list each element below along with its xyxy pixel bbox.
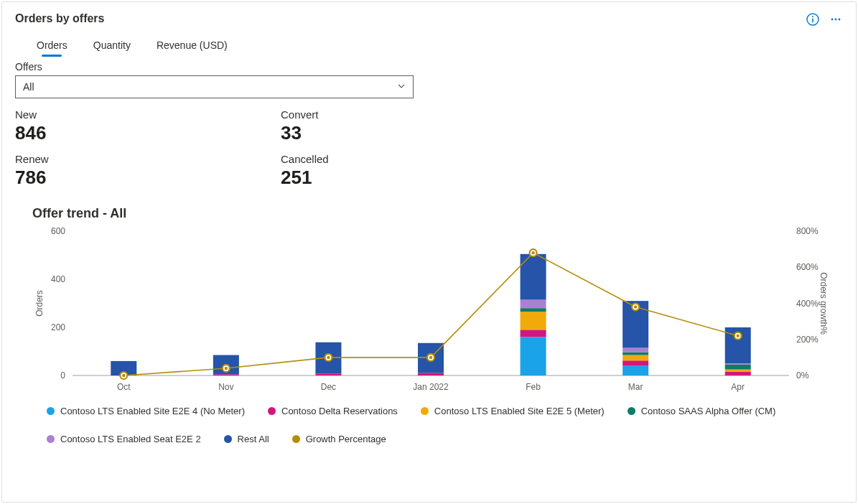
svg-text:600: 600 xyxy=(51,227,65,236)
legend-swatch xyxy=(628,407,635,415)
svg-text:200: 200 xyxy=(51,322,65,332)
legend-item[interactable]: Contoso SAAS Alpha Offer (CM) xyxy=(628,406,776,416)
legend-swatch xyxy=(421,407,429,415)
bar-segment[interactable] xyxy=(725,370,751,372)
chart-title: Offer trend - All xyxy=(32,206,843,221)
legend-item[interactable]: Contoso LTS Enabled Seat E2E 2 xyxy=(47,434,201,444)
metrics-row-2: Renew 786 Cancelled 251 xyxy=(15,153,843,189)
growth-marker-dot xyxy=(737,335,740,337)
legend-label: Contoso LTS Enabled Seat E2E 2 xyxy=(60,434,201,444)
svg-rect-2 xyxy=(812,19,813,23)
legend-swatch xyxy=(292,435,300,443)
svg-text:Orders: Orders xyxy=(34,290,45,317)
legend-item[interactable]: Rest All xyxy=(224,434,269,444)
svg-text:600%: 600% xyxy=(796,262,819,272)
offers-select[interactable]: All xyxy=(15,75,414,98)
page-title: Orders by offers xyxy=(15,12,104,25)
svg-text:Oct: Oct xyxy=(117,382,131,392)
bar-segment[interactable] xyxy=(521,308,546,312)
bar-segment[interactable] xyxy=(725,363,751,365)
svg-point-3 xyxy=(831,19,834,21)
tab-revenue[interactable]: Revenue (USD) xyxy=(157,39,228,55)
offers-select-value: All xyxy=(23,81,34,93)
chart-legend: Contoso LTS Enabled Site E2E 4 (No Meter… xyxy=(47,406,843,444)
metric-label: New xyxy=(15,108,101,121)
legend-swatch xyxy=(47,435,55,443)
metric-new: New 846 xyxy=(15,108,101,144)
card-header: Orders by offers xyxy=(15,12,843,27)
metric-value: 33 xyxy=(281,122,367,144)
offer-trend-chart: 02004006000%200%400%600%800%OrdersOrders… xyxy=(32,227,831,398)
chart-svg: 02004006000%200%400%600%800%OrdersOrders… xyxy=(32,227,829,396)
orders-by-offers-card: Orders by offers Orders Quantity Revenue xyxy=(1,1,857,503)
legend-item[interactable]: Contoso Delta Reservations xyxy=(268,406,398,416)
svg-text:Feb: Feb xyxy=(526,382,541,392)
bar-segment[interactable] xyxy=(622,347,648,352)
svg-text:200%: 200% xyxy=(796,335,819,345)
bar-segment[interactable] xyxy=(521,254,546,300)
svg-text:Jan 2022: Jan 2022 xyxy=(413,382,449,392)
svg-text:0: 0 xyxy=(60,370,65,381)
metric-value: 786 xyxy=(15,167,101,189)
svg-point-5 xyxy=(839,19,841,21)
legend-swatch xyxy=(268,407,276,415)
metric-label: Renew xyxy=(15,153,101,165)
legend-label: Contoso LTS Enabled Site E2E 5 (Meter) xyxy=(434,406,605,416)
more-icon[interactable] xyxy=(829,12,843,27)
svg-text:Nov: Nov xyxy=(218,382,233,392)
legend-item[interactable]: Contoso LTS Enabled Site E2E 4 (No Meter… xyxy=(47,406,245,416)
bar-segment[interactable] xyxy=(725,372,751,375)
legend-swatch xyxy=(47,407,55,415)
svg-point-4 xyxy=(835,19,837,21)
metric-label: Cancelled xyxy=(281,153,367,165)
bar-segment[interactable] xyxy=(418,373,444,375)
growth-marker-dot xyxy=(225,367,228,370)
metric-value: 251 xyxy=(281,167,367,189)
legend-label: Growth Percentage xyxy=(306,434,386,444)
info-icon[interactable] xyxy=(806,12,820,27)
legend-label: Contoso SAAS Alpha Offer (CM) xyxy=(641,406,776,416)
bar-segment[interactable] xyxy=(622,360,648,365)
legend-swatch xyxy=(224,435,232,443)
svg-text:0%: 0% xyxy=(796,370,809,381)
bar-segment[interactable] xyxy=(521,312,546,330)
svg-text:400: 400 xyxy=(51,274,65,284)
metrics-row-1: New 846 Convert 33 xyxy=(15,108,843,144)
metric-cancelled: Cancelled 251 xyxy=(281,153,367,189)
legend-label: Contoso Delta Reservations xyxy=(281,406,398,416)
bar-segment[interactable] xyxy=(213,374,239,375)
growth-marker-dot xyxy=(634,305,637,308)
metric-value: 846 xyxy=(15,122,101,144)
svg-text:Apr: Apr xyxy=(731,382,745,392)
legend-item[interactable]: Growth Percentage xyxy=(292,434,386,444)
bar-segment[interactable] xyxy=(622,353,648,355)
metric-label: Convert xyxy=(281,108,367,121)
growth-marker-dot xyxy=(429,356,432,359)
bar-segment[interactable] xyxy=(521,337,546,375)
legend-item[interactable]: Contoso LTS Enabled Site E2E 5 (Meter) xyxy=(421,406,605,416)
svg-text:Dec: Dec xyxy=(321,382,336,392)
bar-segment[interactable] xyxy=(521,330,546,337)
card-actions xyxy=(806,12,843,27)
bar-segment[interactable] xyxy=(315,373,341,375)
tab-quantity[interactable]: Quantity xyxy=(93,39,131,55)
bar-segment[interactable] xyxy=(725,365,751,370)
svg-text:800%: 800% xyxy=(796,227,819,236)
svg-text:Mar: Mar xyxy=(628,382,643,392)
filter-label: Offers xyxy=(15,61,843,73)
svg-text:400%: 400% xyxy=(796,299,819,309)
growth-marker-dot xyxy=(327,356,330,359)
legend-label: Rest All xyxy=(238,434,269,444)
tab-orders[interactable]: Orders xyxy=(37,39,67,55)
growth-marker-dot xyxy=(531,251,534,254)
svg-point-1 xyxy=(812,16,813,17)
bar-segment[interactable] xyxy=(622,355,648,361)
chevron-down-icon xyxy=(397,81,406,93)
bar-segment[interactable] xyxy=(622,366,648,375)
metric-convert: Convert 33 xyxy=(281,108,367,144)
metric-renew: Renew 786 xyxy=(15,153,101,189)
svg-text:Orders growth%: Orders growth% xyxy=(819,272,829,335)
tabs: Orders Quantity Revenue (USD) xyxy=(15,39,843,55)
bar-segment[interactable] xyxy=(521,299,546,308)
growth-marker-dot xyxy=(122,374,125,377)
